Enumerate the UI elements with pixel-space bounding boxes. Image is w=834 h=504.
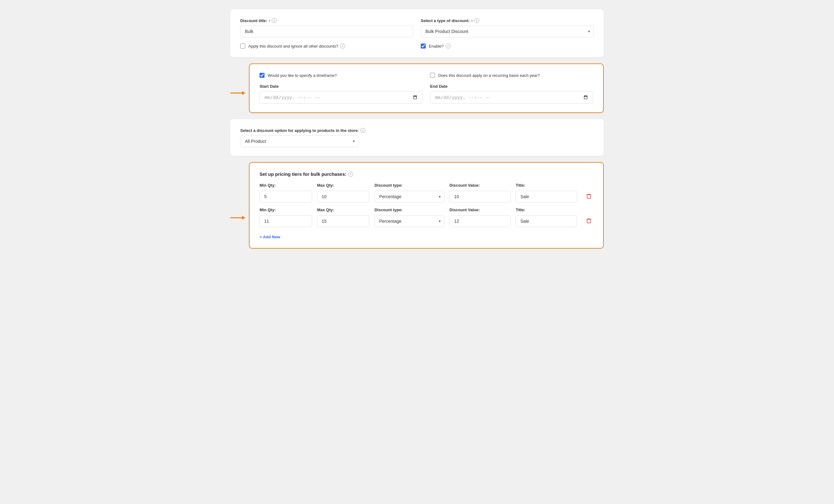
add-new-button[interactable]: + Add New bbox=[260, 232, 280, 239]
enable-row: Enable? i bbox=[421, 44, 594, 48]
tier-1-min-qty-col: Min Qty: bbox=[260, 183, 312, 202]
ignore-discounts-label: Apply this discount and ignore all other… bbox=[248, 44, 345, 48]
timeframe-section: Would you like to specify a timeframe? D… bbox=[249, 64, 604, 113]
tier-2-max-qty-label: Max Qty: bbox=[317, 207, 370, 212]
specify-timeframe-label: Would you like to specify a timeframe? bbox=[268, 73, 337, 78]
tier-1-max-qty-input[interactable] bbox=[317, 191, 370, 202]
end-date-col: End Date bbox=[430, 84, 593, 104]
timeframe-arrow-icon bbox=[230, 89, 245, 97]
enable-checkbox[interactable] bbox=[421, 44, 426, 48]
tier-2-title-label: Title: bbox=[515, 207, 577, 212]
discount-title-section: Discount title: • i Select a type of dis… bbox=[230, 9, 604, 57]
specify-timeframe-col: Would you like to specify a timeframe? bbox=[260, 73, 423, 78]
recurring-row: Does this discount apply on a recurring … bbox=[430, 73, 593, 78]
type-required-indicator: • bbox=[471, 18, 473, 23]
svg-marker-3 bbox=[242, 216, 245, 220]
product-option-select-wrapper: All Product Specific Products Specific C… bbox=[240, 135, 358, 147]
ignore-discounts-checkbox[interactable] bbox=[240, 44, 245, 48]
discount-type-select-wrapper: Bulk Product Discount Percentage Discoun… bbox=[421, 25, 594, 37]
tier-1-title-input[interactable] bbox=[515, 191, 577, 202]
end-date-label: End Date bbox=[430, 84, 593, 89]
tier-1-discount-type-wrapper: Percentage Fixed Amount Fixed Price ▾ bbox=[374, 191, 444, 202]
tier-1-delete-icon bbox=[586, 193, 592, 199]
discount-title-col: Discount title: • i bbox=[240, 18, 413, 37]
recurring-col: Does this discount apply on a recurring … bbox=[430, 73, 593, 78]
discount-title-label: Discount title: • i bbox=[240, 18, 413, 23]
tier-2-discount-type-wrapper: Percentage Fixed Amount Fixed Price ▾ bbox=[374, 215, 444, 227]
tier-1-action-col bbox=[582, 191, 593, 202]
pricing-tiers-info-icon[interactable]: i bbox=[348, 172, 353, 177]
start-date-input[interactable] bbox=[260, 91, 423, 104]
product-option-info-icon[interactable]: i bbox=[360, 128, 365, 133]
end-date-wrapper bbox=[430, 91, 593, 104]
product-option-select[interactable]: All Product Specific Products Specific C… bbox=[240, 135, 358, 147]
pricing-tiers-arrow-icon bbox=[230, 214, 245, 221]
tier-2-action-col bbox=[582, 215, 593, 227]
tier-1-max-qty-label: Max Qty: bbox=[317, 183, 370, 188]
tier-1-discount-value-col: Discount Value: bbox=[449, 183, 511, 202]
discount-type-select[interactable]: Bulk Product Discount Percentage Discoun… bbox=[421, 25, 594, 37]
tier-1-discount-type-col: Discount type: Percentage Fixed Amount F… bbox=[374, 183, 444, 202]
tier-1-discount-value-input[interactable] bbox=[449, 191, 511, 202]
tier-1-delete-button[interactable] bbox=[585, 191, 593, 202]
tier-2-discount-value-label: Discount Value: bbox=[449, 207, 511, 212]
tier-2-min-qty-col: Min Qty: bbox=[260, 207, 312, 227]
start-date-label: Start Date bbox=[260, 84, 423, 89]
tier-2-title-input[interactable] bbox=[515, 215, 577, 227]
ignore-discounts-row: Apply this discount and ignore all other… bbox=[240, 44, 413, 48]
tier-row-2: Min Qty: Max Qty: Discount type: Percent… bbox=[260, 207, 593, 227]
tier-2-labels-row: Min Qty: Max Qty: Discount type: Percent… bbox=[260, 207, 593, 227]
tier-2-discount-type-select[interactable]: Percentage Fixed Amount Fixed Price bbox=[374, 215, 444, 227]
enable-col: Enable? i bbox=[421, 44, 594, 48]
start-date-wrapper bbox=[260, 91, 423, 104]
discount-type-col: Select a type of discount: • i Bulk Prod… bbox=[421, 18, 594, 37]
tier-2-title-col: Title: bbox=[515, 207, 577, 227]
tier-2-discount-value-col: Discount Value: bbox=[449, 207, 511, 227]
enable-info-icon[interactable]: i bbox=[446, 44, 451, 48]
recurring-label: Does this discount apply on a recurring … bbox=[438, 73, 540, 78]
enable-label: Enable? i bbox=[429, 44, 451, 48]
product-option-label: Select a discount option for applying to… bbox=[240, 128, 594, 133]
product-option-section: Select a discount option for applying to… bbox=[230, 119, 604, 156]
recurring-checkbox[interactable] bbox=[430, 73, 435, 78]
timeframe-checkboxes-row: Would you like to specify a timeframe? D… bbox=[260, 73, 593, 78]
tier-2-min-qty-label: Min Qty: bbox=[260, 207, 312, 212]
tier-1-title-col: Title: bbox=[515, 183, 577, 202]
tier-2-discount-value-input[interactable] bbox=[449, 215, 511, 227]
svg-marker-1 bbox=[242, 91, 245, 95]
ignore-discounts-col: Apply this discount and ignore all other… bbox=[240, 44, 413, 48]
discount-title-input[interactable] bbox=[240, 25, 413, 37]
start-date-col: Start Date bbox=[260, 84, 423, 104]
tier-2-min-qty-input[interactable] bbox=[260, 215, 312, 227]
tier-2-discount-type-label: Discount type: bbox=[374, 207, 444, 212]
tier-2-discount-type-col: Discount type: Percentage Fixed Amount F… bbox=[374, 207, 444, 227]
pricing-tiers-section: Set up pricing tiers for bulk purchases:… bbox=[249, 162, 604, 248]
specify-timeframe-checkbox[interactable] bbox=[260, 73, 264, 78]
tier-2-delete-icon bbox=[586, 218, 592, 224]
tier-2-max-qty-input[interactable] bbox=[317, 215, 370, 227]
tier-1-discount-type-select[interactable]: Percentage Fixed Amount Fixed Price bbox=[374, 191, 444, 202]
ignore-discounts-info-icon[interactable]: i bbox=[340, 44, 345, 48]
end-date-input[interactable] bbox=[430, 91, 593, 104]
tier-1-title-label: Title: bbox=[515, 183, 577, 188]
tier-1-discount-value-label: Discount Value: bbox=[449, 183, 511, 188]
page-wrapper: Discount title: • i Select a type of dis… bbox=[230, 9, 604, 248]
tier-2-max-qty-col: Max Qty: bbox=[317, 207, 370, 227]
tier-1-labels-row: Min Qty: Max Qty: Discount type: Percent… bbox=[260, 183, 593, 202]
discount-type-label: Select a type of discount: • i bbox=[421, 18, 594, 23]
discount-type-info-icon[interactable]: i bbox=[474, 18, 479, 23]
tier-1-max-qty-col: Max Qty: bbox=[317, 183, 370, 202]
pricing-tiers-title: Set up pricing tiers for bulk purchases:… bbox=[260, 171, 593, 177]
tier-1-min-qty-input[interactable] bbox=[260, 191, 312, 202]
tier-1-discount-type-label: Discount type: bbox=[374, 183, 444, 188]
discount-title-info-icon[interactable]: i bbox=[272, 18, 277, 23]
required-indicator: • bbox=[269, 18, 270, 23]
date-fields-row: Start Date End Date bbox=[260, 84, 593, 104]
tier-row-1: Min Qty: Max Qty: Discount type: Percent… bbox=[260, 183, 593, 202]
tier-1-min-qty-label: Min Qty: bbox=[260, 183, 312, 188]
specify-timeframe-row: Would you like to specify a timeframe? bbox=[260, 73, 423, 78]
tier-2-delete-button[interactable] bbox=[585, 215, 593, 226]
